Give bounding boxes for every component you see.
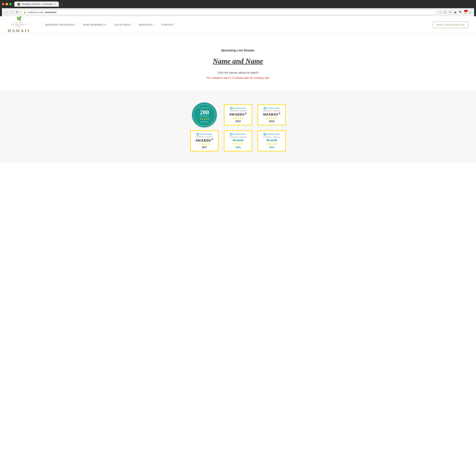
reload-button[interactable]: ↻ (15, 10, 19, 14)
nav-label-contact: CONTACT (161, 23, 174, 26)
award-card-couples-label: COUPLES' CHOICE (263, 110, 280, 112)
chevron-down-icon: ▾ (75, 24, 76, 26)
browser-chrome: Weddings of Hawaii - Livestream ✕ + ← → … (0, 0, 476, 16)
nav-label-locations: LOCATIONS (114, 23, 130, 26)
award-card-year: 2017 (202, 146, 207, 149)
site-logo[interactable]: 🌿 est. 1978 WEDDINGS of HAWAII (8, 16, 30, 33)
couple-name-link[interactable]: Name and Name (4, 57, 472, 65)
browser-tab-bar: Weddings of Hawaii - Livestream ✕ + (14, 1, 64, 7)
dropbox-icon[interactable]: ⬡ (468, 11, 472, 14)
extension-icon[interactable]: 🖊 (443, 11, 447, 14)
nav-item-locations[interactable]: LOCATIONS ▾ (111, 23, 135, 26)
award-card-ww-label: WEDDINGWIRE (267, 108, 280, 109)
ww-circle-icon: w (196, 133, 199, 136)
ww-circle-icon: w (230, 133, 233, 136)
click-instruction: Click the names above to watch! (4, 71, 472, 74)
badge-review-count: 200 (200, 109, 209, 115)
tab-title: Weddings of Hawaii - Livestream (22, 3, 52, 5)
award-card-year: 2018 (269, 120, 274, 123)
star-icon[interactable]: ☆ (439, 11, 442, 14)
address-path: namename (45, 11, 57, 14)
award-card-stars: ★★★★★ (199, 143, 210, 146)
nav-item-wedding-packages[interactable]: WEDDING PACKAGES ▾ (42, 23, 80, 26)
award-card-stars: ★★★★★ (232, 143, 244, 146)
award-card-stars: ★★★★★ (266, 117, 277, 120)
nav-item-vow-renewals[interactable]: VOW RENEWALS ▾ (80, 23, 111, 26)
traffic-lights (2, 3, 12, 5)
badge-stars: ★★★★★ (200, 118, 209, 120)
new-tab-button[interactable]: + (59, 3, 64, 7)
feather-icon[interactable]: 🪶 (459, 11, 462, 14)
toolbar-actions: ☆ 🖊 G ◆ 🪶 📋 ⬡ (439, 11, 472, 14)
awards-section: WEDDINGWIRE 200 REVIEWS ★★★★★ RATED w WE… (0, 91, 476, 163)
nav-label-wedding-packages: WEDDING PACKAGES (45, 23, 74, 26)
award-card-couples-label: COUPLES' CHOICE (263, 136, 280, 138)
fullscreen-window-button[interactable] (9, 3, 12, 5)
raindrop-icon[interactable]: ◆ (454, 11, 457, 14)
award-card-couples-label: COUPLES' CHOICE (229, 110, 247, 112)
registered-mark: ® (245, 112, 247, 115)
forward-button[interactable]: → (10, 10, 14, 14)
award-card-2019[interactable]: w WEDDINGWIRE COUPLES' CHOICE AWARDS® ★★… (224, 104, 252, 126)
badge-reviews-label: REVIEWS (200, 115, 209, 117)
award-card-year: 2019 (235, 120, 241, 123)
badge-circle-inner: WEDDINGWIRE 200 REVIEWS ★★★★★ RATED (193, 104, 216, 126)
timing-note: *It's common to start 5-15 minutes after… (4, 76, 472, 80)
site-navigation: 🌿 est. 1978 WEDDINGS of HAWAII WEDDING P… (0, 16, 476, 34)
ww-circle-icon: w (230, 107, 233, 109)
make-reservation-button[interactable]: MAKE A RESERVATION (433, 22, 468, 28)
minimize-window-button[interactable] (5, 3, 8, 5)
close-window-button[interactable] (2, 3, 4, 5)
award-card-2015[interactable]: w WEDDINGWIRE COUPLES' CHOICE Awards ★★★… (257, 130, 286, 151)
award-card-2017[interactable]: w WEDDINGWIRE COUPLES' CHOICE AWARDS® ★★… (190, 130, 219, 151)
address-bar[interactable]: 🔒 wedhawaii.com/namename (21, 10, 437, 15)
nav-item-services[interactable]: SERVICES ▾ (135, 23, 158, 26)
award-card-title: AWARDS® (195, 138, 213, 142)
award-card-ww-label: WEDDINGWIRE (233, 108, 246, 109)
back-button[interactable]: ← (4, 10, 9, 14)
awards-grid: WEDDINGWIRE 200 REVIEWS ★★★★★ RATED w WE… (189, 103, 287, 151)
award-card-ww-label: WEDDINGWIRE (233, 133, 246, 135)
logo-hawaii: HAWAII (8, 28, 30, 33)
weddingwire-badge-circle[interactable]: WEDDINGWIRE 200 REVIEWS ★★★★★ RATED (192, 103, 217, 127)
award-card-title: AWARDS® (263, 112, 281, 116)
website-content: 🌿 est. 1978 WEDDINGS of HAWAII WEDDING P… (0, 16, 476, 473)
registered-mark: ® (278, 112, 281, 115)
chevron-down-icon: ▾ (131, 24, 132, 26)
nav-label-services: SERVICES (139, 23, 153, 26)
award-card-title-teal: Awards (233, 138, 244, 142)
ww-circle-icon: w (264, 133, 266, 136)
grammarly-icon[interactable]: G (448, 11, 452, 14)
browser-tab-active[interactable]: Weddings of Hawaii - Livestream ✕ (14, 1, 59, 7)
award-card-title-teal: Awards (266, 138, 277, 142)
logo-weddings: WEDDINGS (8, 23, 30, 25)
tab-close-button[interactable]: ✕ (54, 3, 56, 5)
badged-extension-icon[interactable]: 📋 (463, 11, 467, 14)
logo-of: of (8, 26, 30, 28)
award-card-2016[interactable]: w WEDDINGWIRE COUPLES' CHOICE Awards ★★★… (224, 130, 252, 151)
chevron-down-icon: ▾ (153, 24, 154, 26)
address-base: wedhawaii.com/ (28, 11, 44, 14)
award-card-ww-logo: w WEDDINGWIRE (264, 133, 280, 136)
award-card-year-teal: 2016 (235, 146, 241, 149)
browser-nav-buttons: ← → ↻ (4, 10, 19, 14)
registered-mark: ® (211, 138, 213, 141)
award-card-stars: ★★★★★ (232, 117, 244, 120)
award-card-ww-label: WEDDINGWIRE (200, 133, 213, 135)
lock-icon: 🔒 (24, 11, 26, 14)
chevron-down-icon: ▾ (106, 24, 107, 26)
ww-circle-icon: w (264, 107, 266, 109)
award-card-2018[interactable]: w WEDDINGWIRE COUPLES' CHOICE AWARDS® ★★… (257, 104, 286, 126)
main-content: Upcoming Live Stream: Name and Name Clic… (0, 34, 476, 91)
award-card-stars: ★★★★★ (266, 143, 277, 146)
award-card-year-teal: 2015 (269, 146, 274, 149)
nav-menu: WEDDING PACKAGES ▾ VOW RENEWALS ▾ LOCATI… (42, 22, 468, 28)
award-card-ww-logo: w WEDDINGWIRE (264, 107, 280, 109)
award-card-title: AWARDS® (229, 112, 247, 116)
nav-label-vow-renewals: VOW RENEWALS (83, 23, 105, 26)
page-footer (0, 163, 476, 174)
nav-item-contact[interactable]: CONTACT (158, 23, 178, 26)
award-card-ww-logo: w WEDDINGWIRE (230, 133, 246, 136)
logo-icon: 🌿 (8, 16, 30, 21)
award-card-ww-logo: w WEDDINGWIRE (196, 133, 213, 136)
